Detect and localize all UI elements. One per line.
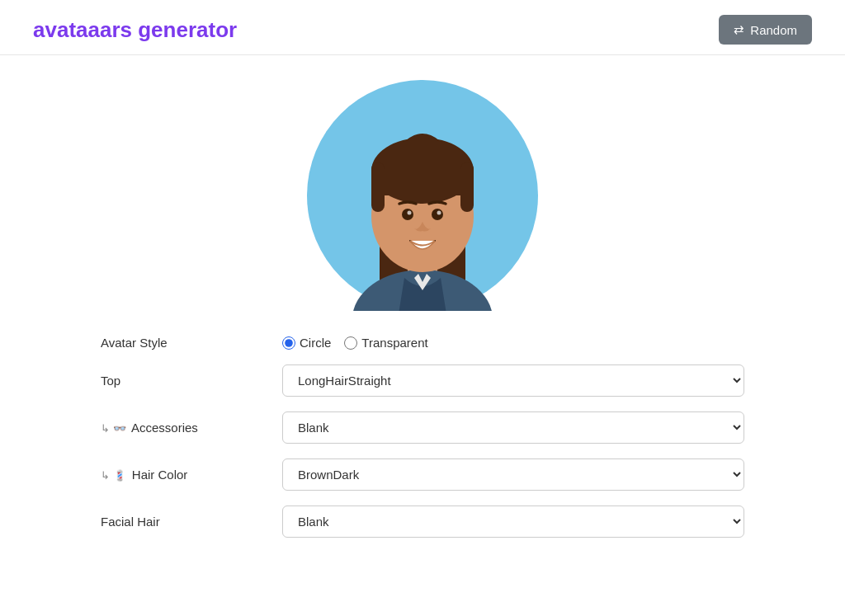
svg-point-11 [402, 209, 413, 220]
accessories-label: ↳ 👓 Accessories [101, 421, 282, 435]
app-header: avataaars generator ⇄ Random [0, 0, 845, 55]
facial-hair-input: Blank BeardLight BeardMajestic BeardMedi… [282, 505, 744, 538]
hair-color-input: Auburn Black Blonde BlondeGolden Brown B… [282, 458, 744, 491]
facial-hair-label: Facial Hair [101, 515, 282, 529]
svg-rect-8 [371, 171, 474, 195]
top-label: Top [101, 374, 282, 388]
svg-point-14 [437, 211, 441, 215]
hair-color-label-text: Hair Color [132, 468, 188, 482]
svg-point-12 [432, 209, 443, 220]
hair-color-row: ↳ 💈 Hair Color Auburn Black Blonde Blond… [101, 458, 744, 491]
shuffle-icon: ⇄ [734, 22, 744, 37]
hair-color-indent-arrow: ↳ 💈 [101, 469, 126, 482]
transparent-option[interactable]: Transparent [344, 336, 427, 350]
circle-label: Circle [300, 336, 331, 350]
accessories-label-text: Accessories [131, 421, 198, 435]
random-button[interactable]: ⇄ Random [719, 15, 812, 45]
app-title: avataaars generator [33, 17, 237, 43]
avatar-style-label: Avatar Style [101, 336, 282, 350]
accessories-select[interactable]: Blank Kurt Prescription01 Prescription02… [282, 411, 744, 444]
svg-rect-10 [460, 162, 474, 212]
controls-panel: Avatar Style Circle Transparent Top Long… [101, 336, 744, 553]
transparent-label: Transparent [361, 336, 427, 350]
facial-hair-select[interactable]: Blank BeardLight BeardMajestic BeardMedi… [282, 505, 744, 538]
avatar-style-row: Avatar Style Circle Transparent [101, 336, 744, 350]
transparent-radio[interactable] [344, 336, 357, 350]
avatar-preview [307, 80, 538, 311]
circle-radio[interactable] [282, 336, 295, 350]
top-row: Top LongHairStraight LongHairBob ShortHa… [101, 364, 744, 397]
accessories-row: ↳ 👓 Accessories Blank Kurt Prescription0… [101, 411, 744, 444]
circle-option[interactable]: Circle [282, 336, 331, 350]
svg-point-13 [408, 211, 412, 215]
top-select[interactable]: LongHairStraight LongHairBob ShortHairSh… [282, 364, 744, 397]
top-input: LongHairStraight LongHairBob ShortHairSh… [282, 364, 744, 397]
accessories-indent-arrow: ↳ 👓 [101, 422, 126, 435]
main-content: Avatar Style Circle Transparent Top Long… [0, 55, 845, 577]
facial-hair-row: Facial Hair Blank BeardLight BeardMajest… [101, 505, 744, 538]
hair-color-label: ↳ 💈 Hair Color [101, 468, 282, 482]
random-button-label: Random [750, 23, 797, 37]
svg-rect-9 [371, 162, 385, 212]
avatar-style-input: Circle Transparent [282, 336, 744, 350]
accessories-input: Blank Kurt Prescription01 Prescription02… [282, 411, 744, 444]
hair-color-select[interactable]: Auburn Black Blonde BlondeGolden Brown B… [282, 458, 744, 491]
